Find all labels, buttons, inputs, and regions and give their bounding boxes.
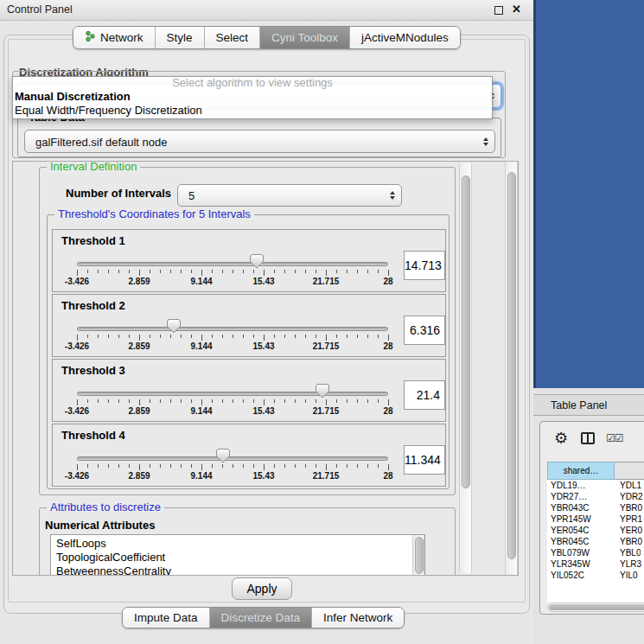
cell-shared-name: YDR27… <box>547 491 615 502</box>
threshold-slider-track[interactable] <box>77 327 388 331</box>
tick-mark <box>201 464 202 470</box>
outer-vertical-scrollbar[interactable] <box>505 162 518 575</box>
tab-discretize-data[interactable]: Discretize Data <box>209 608 312 628</box>
threshold-slider-thumb[interactable] <box>250 254 264 272</box>
tick-mark <box>243 335 244 338</box>
tick-mark <box>326 270 327 276</box>
threshold-slider-track[interactable] <box>77 262 388 266</box>
attribute-list-item[interactable]: SelfLoops <box>51 537 424 551</box>
settings-scroll-area: Interval Definition Number of Intervals … <box>12 161 519 576</box>
threshold-value-field[interactable]: 11.344 <box>404 445 445 475</box>
attribute-list-item[interactable]: BetweennessCentrality <box>51 564 424 576</box>
table-row[interactable]: YDL19…YDL1 <box>547 480 644 491</box>
column-header[interactable]: n <box>615 462 644 480</box>
scrollbar-thumb[interactable] <box>462 175 470 488</box>
tick-mark <box>274 464 275 468</box>
dropdown-option[interactable]: Equal Width/Frequency Discretization <box>13 104 492 118</box>
tick-mark <box>160 399 161 403</box>
control-panel-titlebar: Control Panel ✕ <box>0 0 533 21</box>
number-of-intervals-select[interactable]: 5 <box>177 184 402 207</box>
tab-style[interactable]: Style <box>155 27 204 48</box>
tab-cyni-toolbox[interactable]: Cyni Toolbox <box>259 27 349 48</box>
tick-label: 15.43 <box>252 471 274 481</box>
network-view-window: GAL80GACGAL11GAL4GCY1HHAP2 <box>533 0 644 388</box>
stepper-icon <box>483 137 488 146</box>
scrollbar-thumb[interactable] <box>549 604 644 610</box>
table-row[interactable]: YBL079WYBL0 <box>547 547 644 558</box>
threshold-slider-track[interactable] <box>77 392 388 396</box>
tab-infer-network[interactable]: Infer Network <box>311 608 404 628</box>
tick-mark <box>316 270 316 273</box>
tab-network[interactable]: Network <box>73 27 155 48</box>
table-row[interactable]: YDR27…YDR2 <box>547 491 644 502</box>
gear-icon[interactable]: ⚙ <box>554 429 568 448</box>
cell-name: YER0 <box>615 525 642 536</box>
threshold-3-panel: Threshold 3-3.4262.8599.14415.4321.71528… <box>52 359 446 422</box>
threshold-label: Threshold 3 <box>61 364 125 377</box>
select-columns-checkboxes-icon[interactable]: ☑☑ <box>606 432 623 444</box>
tick-mark <box>222 399 223 403</box>
tick-mark <box>212 270 213 273</box>
tick-mark <box>150 270 150 273</box>
tick-mark <box>181 399 182 403</box>
dropdown-option[interactable]: Manual Discretization <box>13 90 492 104</box>
tick-mark <box>77 270 78 276</box>
threshold-slider-thumb[interactable] <box>167 319 181 337</box>
threshold-label: Threshold 1 <box>61 234 125 247</box>
tick-mark <box>181 270 182 273</box>
threshold-value-field[interactable]: 14.713 <box>404 251 445 280</box>
tick-label: 2.859 <box>128 277 150 286</box>
tick-mark <box>378 464 379 468</box>
tick-mark <box>347 335 348 338</box>
float-window-icon[interactable] <box>494 6 503 15</box>
tick-label: 28 <box>383 277 392 286</box>
dropdown-placeholder-item[interactable]: Select algorithm to view settings <box>13 77 492 90</box>
tick-mark <box>87 335 88 338</box>
numerical-attributes-list[interactable]: SelfLoopsTopologicalCoefficientBetweenne… <box>50 534 425 576</box>
scrollbar-thumb[interactable] <box>415 537 424 574</box>
table-row[interactable]: YLR345WYLR3 <box>547 558 644 570</box>
tick-mark <box>118 335 119 338</box>
threshold-value-field[interactable]: 6.316 <box>404 316 445 345</box>
attributes-list-scrollbar[interactable] <box>412 535 424 576</box>
tab-label: Discretize Data <box>221 611 301 624</box>
table-horizontal-scrollbar[interactable] <box>547 603 644 612</box>
table-panel-window: ⚙ ☑☑ shared…n YDL19…YDL1YDR27…YDR2YBR043… <box>539 421 644 615</box>
columns-icon[interactable] <box>581 432 595 444</box>
table-row[interactable]: YBR045CYBR0 <box>547 536 644 547</box>
column-header[interactable]: shared… <box>547 462 615 480</box>
tick-mark <box>378 270 379 273</box>
tick-mark <box>326 464 327 470</box>
numerical-attributes-label: Numerical Attributes <box>45 519 155 532</box>
table-data-select[interactable]: galFiltered.sif default node <box>24 130 495 153</box>
tick-mark <box>108 270 109 273</box>
table-row[interactable]: YPR145WYPR1 <box>547 513 644 525</box>
tick-mark <box>139 335 140 341</box>
table-row[interactable]: YIL052CYIL0 <box>547 570 644 581</box>
table-row[interactable]: YBR043CYBR0 <box>547 502 644 513</box>
cell-shared-name: YPR145W <box>547 513 615 525</box>
tick-label: 21.715 <box>313 471 340 481</box>
threshold-value-field[interactable]: 21.4 <box>404 380 445 410</box>
tick-label: 15.43 <box>252 277 274 286</box>
tick-mark <box>243 399 244 403</box>
tick-mark <box>295 335 296 338</box>
inner-vertical-scrollbar[interactable] <box>459 163 472 573</box>
scrollbar-thumb[interactable] <box>507 172 516 559</box>
tab-impute-data[interactable]: Impute Data <box>123 608 209 628</box>
apply-button[interactable]: Apply <box>232 577 292 600</box>
tick-mark <box>160 335 161 338</box>
tab-label: Infer Network <box>323 611 392 624</box>
tick-mark <box>98 270 99 273</box>
tick-label: 21.715 <box>313 341 340 351</box>
table-row[interactable]: YER054CYER0 <box>547 525 644 536</box>
tick-mark <box>139 399 140 405</box>
close-icon[interactable]: ✕ <box>512 3 521 16</box>
threshold-slider-track[interactable] <box>77 456 388 461</box>
tab-select[interactable]: Select <box>204 27 260 48</box>
attribute-list-item[interactable]: TopologicalCoefficient <box>51 551 424 564</box>
threshold-slider-thumb[interactable] <box>316 384 329 402</box>
tick-label: -3.426 <box>65 341 89 351</box>
tab-jactivemnodules[interactable]: jActiveMNodules <box>349 27 460 48</box>
threshold-slider-thumb[interactable] <box>216 449 230 467</box>
